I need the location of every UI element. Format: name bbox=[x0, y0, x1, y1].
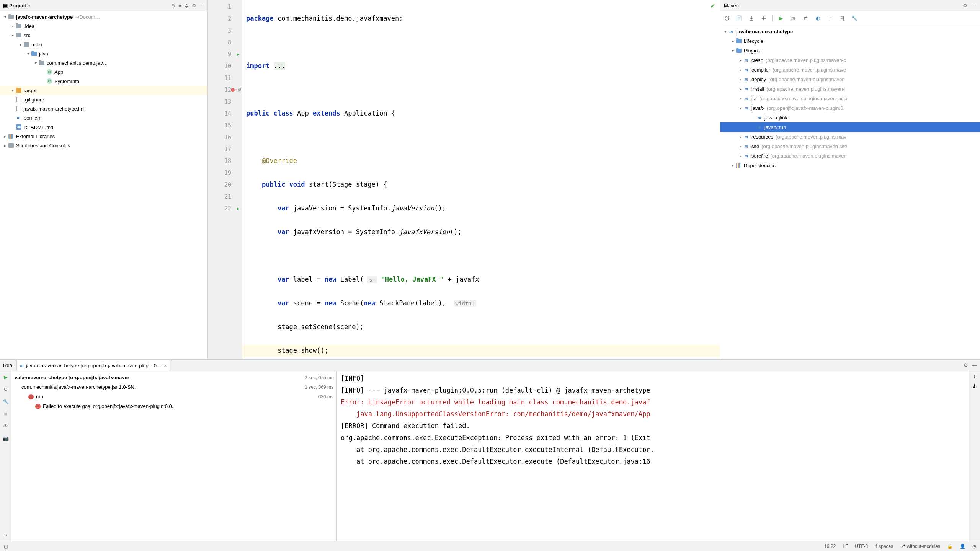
run-icon[interactable]: ▶ bbox=[777, 15, 785, 22]
tree-item[interactable]: ▾src bbox=[0, 31, 207, 40]
tree-item[interactable]: ▾com.mechanitis.demo.jav… bbox=[0, 58, 207, 67]
tool-window-icon[interactable]: ▢ bbox=[4, 544, 8, 549]
maven-tree-item[interactable]: mjavafx:jlink bbox=[720, 113, 980, 122]
gutter-line[interactable]: 15 bbox=[208, 119, 242, 131]
wrench-icon[interactable]: 🔧 bbox=[2, 398, 9, 405]
gutter-line[interactable]: 1 bbox=[208, 1, 242, 13]
gutter-line[interactable]: 17 bbox=[208, 143, 242, 155]
settings-icon[interactable]: ⚙ bbox=[963, 3, 967, 8]
run-tab[interactable]: m javafx-maven-archetype [org.openjfx:ja… bbox=[16, 360, 170, 371]
gutter-line[interactable]: 11 bbox=[208, 72, 242, 84]
run-tree-item[interactable]: !run636 ms bbox=[11, 392, 336, 401]
maven-dependencies[interactable]: ▸ Dependencies bbox=[720, 161, 980, 170]
tree-item[interactable]: ▸External Libraries bbox=[0, 132, 207, 141]
run-tree-item[interactable]: !Failed to execute goal org.openjfx:java… bbox=[11, 401, 336, 411]
notifications-icon[interactable]: ◔ bbox=[972, 544, 976, 549]
run-gutter-icon[interactable]: ▶ bbox=[237, 206, 240, 211]
scroll-to-end-icon[interactable]: ⤓ bbox=[972, 383, 977, 389]
soft-wrap-icon[interactable]: ↕ bbox=[973, 373, 976, 379]
code-editor[interactable]: 12389▶101112↑@13141516171819202122▶ pack… bbox=[208, 0, 720, 359]
download-icon[interactable] bbox=[748, 15, 755, 22]
more-icon[interactable]: » bbox=[2, 531, 9, 538]
expand-all-icon[interactable]: ≡ bbox=[178, 3, 181, 8]
camera-icon[interactable]: 📷 bbox=[2, 435, 9, 442]
run-tree[interactable]: vafx-maven-archetype [org.openjfx:javafx… bbox=[11, 371, 337, 541]
git-branch[interactable]: ⎇ without-modules bbox=[900, 544, 940, 549]
maven-tree-item[interactable]: ▸mdeploy(org.apache.maven.plugins:maven bbox=[720, 75, 980, 84]
tree-item[interactable]: ▾.idea bbox=[0, 21, 207, 31]
hide-icon[interactable]: — bbox=[971, 3, 976, 8]
tree-root[interactable]: ▾ javafx-maven-archetype ~/Docum… bbox=[0, 12, 207, 21]
maven-tree-item[interactable]: ▸msite(org.apache.maven.plugins:maven-si… bbox=[720, 142, 980, 151]
gutter-line[interactable]: 8 bbox=[208, 36, 242, 48]
collapse-icon[interactable]: ≑ bbox=[826, 15, 834, 22]
chevron-down-icon[interactable]: ▼ bbox=[28, 4, 31, 8]
gutter-line[interactable]: 13 bbox=[208, 96, 242, 108]
gutter-line[interactable]: 19 bbox=[208, 167, 242, 179]
tree-item[interactable]: ▸Scratches and Consoles bbox=[0, 141, 207, 150]
encoding[interactable]: UTF-8 bbox=[855, 544, 868, 549]
hide-icon[interactable]: — bbox=[199, 3, 204, 8]
maven-tree[interactable]: ▾m javafx-maven-archetype ▸ Lifecycle ▾ … bbox=[720, 25, 980, 359]
hide-icon[interactable]: — bbox=[972, 362, 977, 368]
execute-maven-icon[interactable]: m bbox=[789, 15, 797, 22]
maven-tree-item[interactable]: ▸mcompiler(org.apache.maven.plugins:mave bbox=[720, 65, 980, 75]
inspection-ok-icon[interactable]: ✔ bbox=[710, 2, 715, 10]
wrench-icon[interactable]: 🔧 bbox=[851, 15, 858, 22]
close-tab-icon[interactable]: × bbox=[164, 363, 167, 368]
gutter-line[interactable]: 20 bbox=[208, 179, 242, 191]
project-tree[interactable]: ▾ javafx-maven-archetype ~/Docum… ▾.idea… bbox=[0, 11, 207, 359]
gutter-line[interactable]: 3 bbox=[208, 24, 242, 36]
settings-icon[interactable]: ⚙ bbox=[964, 362, 968, 368]
maven-plugin-javafx[interactable]: ▾m javafx (org.openjfx:javafx-maven-plug… bbox=[720, 103, 980, 113]
maven-tree-item[interactable]: ▸mclean(org.apache.maven.plugins:maven-c bbox=[720, 55, 980, 65]
maven-tree-item[interactable]: ▸mjar(org.apache.maven.plugins:maven-jar… bbox=[720, 94, 980, 103]
maven-root[interactable]: ▾m javafx-maven-archetype bbox=[720, 27, 980, 36]
run-tree-item[interactable]: vafx-maven-archetype [org.openjfx:javafx… bbox=[11, 373, 336, 382]
project-title[interactable]: Project bbox=[9, 3, 26, 8]
settings-icon[interactable]: ⚙ bbox=[192, 3, 196, 8]
run-tree-item[interactable]: com.mechanitis:javafx-maven-archetype:ja… bbox=[11, 382, 336, 392]
rerun-icon[interactable]: ▶ bbox=[2, 373, 9, 380]
tree-item[interactable]: ▾java bbox=[0, 49, 207, 58]
maven-tree-item[interactable]: ▸msurefire(org.apache.maven.plugins:mave… bbox=[720, 151, 980, 161]
toggle-skip-tests-icon[interactable]: ⇄ bbox=[802, 15, 809, 22]
maven-lifecycle[interactable]: ▸ Lifecycle bbox=[720, 36, 980, 46]
stop-icon[interactable]: ■ bbox=[2, 410, 9, 417]
tree-item[interactable]: mpom.xml bbox=[0, 113, 207, 122]
tree-item[interactable]: .gitignore bbox=[0, 95, 207, 104]
gutter-line[interactable]: 9▶ bbox=[208, 48, 242, 60]
maven-tree-item[interactable]: ▸mresources(org.apache.maven.plugins:mav bbox=[720, 132, 980, 142]
run-gutter-icon[interactable]: ▶ bbox=[237, 52, 240, 57]
gutter-line[interactable]: 14 bbox=[208, 108, 242, 119]
run-console[interactable]: [INFO][INFO] --- javafx-maven-plugin:0.0… bbox=[337, 371, 969, 541]
lock-icon[interactable]: 🔓 bbox=[947, 544, 953, 549]
show-dependencies-icon[interactable]: ⇶ bbox=[838, 15, 846, 22]
tree-item[interactable]: CApp bbox=[0, 67, 207, 77]
gutter-line[interactable]: 12↑@ bbox=[208, 84, 242, 96]
maven-tree-item[interactable]: mjavafx:run bbox=[720, 122, 980, 132]
tree-item[interactable]: ▾main bbox=[0, 40, 207, 49]
override-gutter-icon[interactable]: ↑@ bbox=[231, 87, 241, 93]
generate-sources-icon[interactable]: 📄 bbox=[735, 15, 743, 22]
maven-tree-item[interactable]: ▸minstall(org.apache.maven.plugins:maven… bbox=[720, 84, 980, 94]
dump-threads-icon[interactable]: 👁 bbox=[2, 422, 9, 429]
indent[interactable]: 4 spaces bbox=[875, 544, 893, 549]
tree-item[interactable]: ▸target bbox=[0, 86, 207, 95]
gutter-line[interactable]: 16 bbox=[208, 131, 242, 143]
code-area[interactable]: package com.mechanitis.demo.javafxmaven;… bbox=[242, 0, 720, 359]
offline-mode-icon[interactable]: ◐ bbox=[814, 15, 822, 22]
tree-item[interactable]: javafx-maven-archetype.iml bbox=[0, 104, 207, 113]
gutter-line[interactable]: 21 bbox=[208, 191, 242, 202]
tree-item[interactable]: MDREADME.md bbox=[0, 122, 207, 132]
gutter-line[interactable]: 2 bbox=[208, 13, 242, 24]
line-separator[interactable]: LF bbox=[843, 544, 848, 549]
maven-plugins[interactable]: ▾ Plugins bbox=[720, 46, 980, 55]
locate-icon[interactable]: ⊕ bbox=[171, 3, 175, 8]
gutter-line[interactable]: 10 bbox=[208, 60, 242, 72]
refresh-icon[interactable] bbox=[723, 15, 731, 22]
cursor-position[interactable]: 19:22 bbox=[824, 544, 836, 549]
inspector-icon[interactable]: 👤 bbox=[960, 544, 965, 549]
gutter-line[interactable]: 18 bbox=[208, 155, 242, 167]
stop-rerun-icon[interactable]: ↻ bbox=[2, 386, 9, 393]
